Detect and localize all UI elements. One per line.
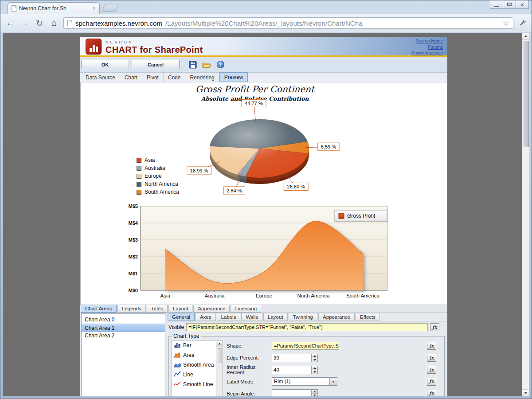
save-icon[interactable] — [188, 60, 198, 70]
tab-code[interactable]: Code — [164, 73, 186, 82]
edge-percent--spinner[interactable]: 30 — [272, 354, 318, 362]
wrench-menu-icon[interactable] — [517, 19, 527, 28]
tab-labels[interactable]: Labels — [217, 313, 241, 321]
spinner-down-button[interactable] — [312, 370, 317, 374]
tab-axes[interactable]: Axes — [196, 313, 216, 321]
legend-label: Europe — [145, 173, 162, 179]
scroll-up-button[interactable] — [522, 33, 529, 40]
type-item-smooth-area[interactable]: Smooth Area — [172, 360, 223, 370]
line-chart-icon — [174, 371, 181, 379]
fx-button[interactable]: ƒx — [430, 323, 439, 331]
list-item-chart-area-2[interactable]: Chart Area 2 — [82, 332, 165, 340]
spinner-up-button[interactable] — [312, 354, 317, 358]
list-scroll-up-button[interactable] — [216, 340, 223, 347]
bar-chart-icon — [174, 341, 181, 350]
minimize-button[interactable] — [490, 0, 503, 9]
list-scroll-thumb[interactable] — [217, 348, 222, 363]
tab-layout[interactable]: Layout — [168, 305, 193, 313]
list-scrollbar[interactable] — [216, 340, 223, 396]
type-item-line[interactable]: Line — [172, 370, 223, 379]
tab-data-source[interactable]: Data Source — [81, 73, 120, 82]
svg-text:M$5: M$5 — [129, 203, 138, 209]
close-window-button[interactable]: × — [516, 0, 529, 9]
tab-rendering[interactable]: Rendering — [185, 73, 219, 82]
new-tab-button[interactable] — [102, 4, 119, 12]
svg-text:44.77 %: 44.77 % — [245, 101, 263, 106]
scrollbar-thumb[interactable] — [523, 41, 529, 147]
refresh-button[interactable]: ↻ — [34, 18, 45, 28]
field-row-label-mode-: Label Mode:Rim (1)ƒx — [227, 377, 442, 387]
area-chart-icon — [174, 351, 181, 360]
tab-legends[interactable]: Legends — [117, 305, 146, 313]
shape--formula-input[interactable]: =Params!SecondChartType.STR — [272, 342, 339, 350]
tab-licensing[interactable]: Licensing — [231, 305, 261, 313]
legend-swatch — [137, 182, 141, 187]
svg-text:26.80 %: 26.80 % — [287, 184, 305, 189]
fx-button[interactable]: ƒx — [427, 378, 436, 386]
legend-item-australia: Australia — [137, 164, 179, 172]
spinner-value: 30 — [272, 354, 311, 362]
tab-general[interactable]: General — [168, 313, 195, 321]
begin-angle--spinner[interactable] — [272, 389, 318, 396]
svg-text:6.59 %: 6.59 % — [321, 144, 336, 149]
visible-formula-input[interactable]: =IF(Params!SecondChartType.STR="Funnel",… — [186, 323, 428, 331]
link-knowledgebase[interactable]: Knowledgebase — [411, 50, 443, 56]
fx-button[interactable]: ƒx — [427, 342, 436, 350]
field-row-shape-: Shape:=Params!SecondChartType.STRƒx — [227, 341, 442, 351]
link-forums[interactable]: Forums — [411, 44, 443, 51]
address-bar[interactable]: spchartexamples.nevron.com /Layouts/Mult… — [63, 17, 513, 29]
tab-titles[interactable]: Titles — [147, 305, 168, 313]
spinner-up-button[interactable] — [312, 366, 317, 370]
visible-label: Visible — [168, 324, 184, 330]
link-nevron-home[interactable]: Nevron Home — [411, 38, 443, 44]
cancel-button[interactable]: Cancel — [132, 60, 180, 69]
bookmark-star-icon[interactable]: ☆ — [503, 19, 509, 28]
chart-type-fields: Shape:=Params!SecondChartType.STRƒxEdge … — [227, 340, 442, 396]
inner-radius-percent--spinner[interactable]: 40 — [272, 366, 318, 374]
close-icon: × — [520, 2, 524, 8]
list-item-chart-area-1[interactable]: Chart Area 1 — [82, 324, 165, 332]
fx-button[interactable]: ƒx — [427, 354, 436, 362]
tab-appearance[interactable]: Appearance — [318, 313, 355, 321]
spinner-down-button[interactable] — [312, 358, 317, 362]
maximize-icon — [507, 3, 512, 6]
type-item-bar[interactable]: Bar — [172, 340, 223, 350]
legend-label: Australia — [145, 165, 165, 171]
ok-button[interactable]: OK — [81, 60, 129, 69]
nevron-page: NEVRON CHART for SharePoint Nevron Home … — [80, 37, 447, 396]
legend-swatch — [137, 166, 141, 171]
tab-preview[interactable]: Preview — [219, 72, 248, 82]
home-button[interactable]: ⌂ — [49, 18, 59, 28]
tab-pivot[interactable]: Pivot — [142, 73, 164, 82]
fx-button[interactable]: ƒx — [427, 366, 436, 374]
forward-button[interactable]: → — [20, 18, 30, 28]
header-links: Nevron Home Forums Knowledgebase — [411, 38, 443, 56]
tab-appearance[interactable]: Appearance — [193, 305, 230, 313]
tab-effects[interactable]: Effects — [356, 313, 380, 321]
type-item-smooth-line[interactable]: Smooth Line — [172, 379, 223, 389]
help-icon[interactable]: ? — [215, 60, 226, 70]
type-item-label: Bar — [183, 342, 192, 348]
spinner-up-button[interactable] — [312, 390, 317, 394]
spinner-down-button[interactable] — [312, 394, 317, 396]
tab-layout[interactable]: Layout — [263, 313, 288, 321]
tab-chart[interactable]: Chart — [120, 73, 142, 82]
label-mode--dropdown[interactable]: Rim (1) — [272, 377, 337, 386]
tab-chart-areas[interactable]: Chart Areas — [81, 305, 117, 313]
tab-walls[interactable]: Walls — [241, 313, 262, 321]
dropdown-arrow-icon[interactable] — [329, 378, 337, 385]
type-item-area[interactable]: Area — [172, 350, 223, 360]
close-tab-icon[interactable]: × — [93, 6, 96, 11]
back-button[interactable]: ← — [5, 18, 16, 28]
tab-twinning[interactable]: Twinning — [289, 313, 317, 321]
spinner-value — [272, 390, 311, 396]
scroll-down-button[interactable] — [522, 389, 529, 396]
maximize-button[interactable] — [503, 0, 516, 9]
field-row-edge-percent-: Edge Percent:30ƒx — [227, 353, 442, 363]
open-folder-icon[interactable] — [201, 60, 212, 70]
browser-tab[interactable]: Nevron Chart for Sh × — [8, 2, 100, 14]
fx-button[interactable]: ƒx — [427, 390, 436, 396]
list-item-chart-area-0[interactable]: Chart Area 0 — [82, 316, 165, 324]
vertical-scrollbar[interactable] — [522, 33, 529, 396]
type-item-label: Smooth Line — [183, 381, 213, 387]
